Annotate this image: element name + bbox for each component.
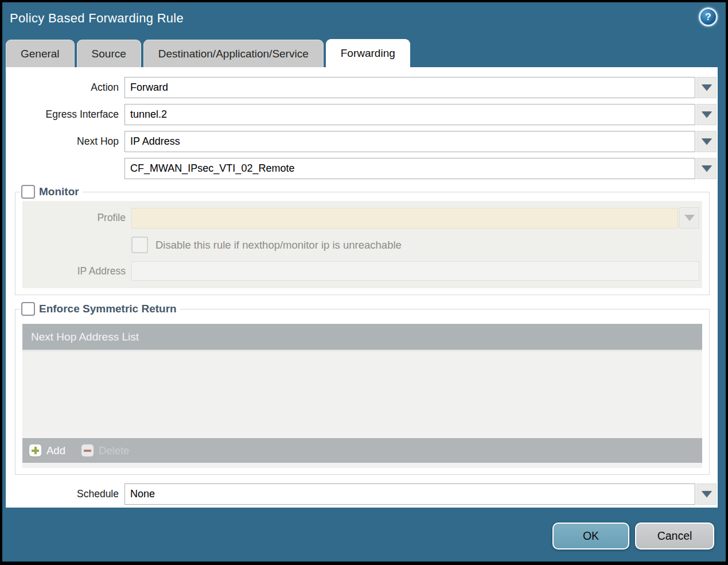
chevron-down-icon xyxy=(702,138,712,145)
forwarding-panel: Action Forward Egress Interface tunnel.2… xyxy=(6,67,718,508)
add-button-label: Add xyxy=(46,444,65,457)
plus-icon xyxy=(29,444,41,456)
enforce-symmetric-return-legend: Enforce Symmetric Return xyxy=(20,302,180,316)
monitor-panel: Profile Disable this rule if nexthop/mon… xyxy=(22,201,702,288)
action-dropdown-button[interactable] xyxy=(696,77,717,98)
chevron-down-icon xyxy=(702,165,712,172)
monitor-profile-row: Profile xyxy=(22,207,699,229)
action-row: Action Forward xyxy=(6,77,717,98)
disable-rule-checkbox xyxy=(131,237,148,253)
egress-interface-label: Egress Interface xyxy=(6,109,124,121)
title-bar: Policy Based Forwarding Rule ? xyxy=(2,2,726,38)
monitor-checkbox[interactable] xyxy=(21,185,35,199)
next-hop-address-row: CF_MWAN_IPsec_VTI_02_Remote xyxy=(6,158,717,179)
disable-rule-label: Disable this rule if nexthop/monitor ip … xyxy=(155,239,402,251)
next-hop-dropdown-button[interactable] xyxy=(696,131,717,152)
chevron-down-icon xyxy=(702,84,712,91)
policy-based-forwarding-dialog: Policy Based Forwarding Rule ? General S… xyxy=(2,2,726,562)
next-hop-row: Next Hop IP Address xyxy=(6,131,717,152)
monitor-ip-address-label: IP Address xyxy=(22,265,131,277)
table-footer-strip xyxy=(22,463,702,468)
monitor-ip-address-row: IP Address xyxy=(22,261,699,281)
delete-button: Delete xyxy=(81,444,129,457)
next-hop-address-dropdown-button[interactable] xyxy=(696,158,717,179)
chevron-down-icon xyxy=(702,491,712,497)
next-hop-address-list-body xyxy=(22,351,702,438)
help-icon[interactable]: ? xyxy=(699,7,718,26)
ok-button[interactable]: OK xyxy=(552,523,629,549)
egress-interface-dropdown-button[interactable] xyxy=(696,104,717,125)
schedule-row: Schedule None xyxy=(6,483,717,505)
monitor-legend: Monitor xyxy=(20,185,83,199)
monitor-legend-label: Monitor xyxy=(39,185,79,198)
next-hop-address-list-header: Next Hop Address List xyxy=(22,324,702,351)
monitor-profile-dropdown-button xyxy=(679,207,699,229)
next-hop-label: Next Hop xyxy=(6,136,124,148)
minus-icon xyxy=(81,444,94,456)
dialog-title: Policy Based Forwarding Rule xyxy=(10,11,184,26)
action-label: Action xyxy=(6,82,124,94)
next-hop-type-select[interactable]: IP Address xyxy=(124,131,695,152)
next-hop-address-list-table: Next Hop Address List Add Delete xyxy=(22,324,702,468)
schedule-label: Schedule xyxy=(6,488,124,500)
next-hop-address-select[interactable]: CF_MWAN_IPsec_VTI_02_Remote xyxy=(124,158,695,179)
monitor-group: Monitor Profile Disable this rule if nex… xyxy=(15,185,710,295)
tab-destination-application-service[interactable]: Destination/Application/Service xyxy=(143,40,324,67)
tab-forwarding[interactable]: Forwarding xyxy=(326,39,410,67)
enforce-symmetric-return-legend-label: Enforce Symmetric Return xyxy=(39,303,177,315)
enforce-symmetric-return-group: Enforce Symmetric Return Next Hop Addres… xyxy=(15,302,710,475)
tab-bar: General Source Destination/Application/S… xyxy=(6,39,410,67)
footer-buttons: OK Cancel xyxy=(552,523,714,549)
monitor-ip-address-input xyxy=(131,261,699,281)
schedule-select[interactable]: None xyxy=(124,483,695,505)
action-select[interactable]: Forward xyxy=(124,77,695,98)
cancel-button[interactable]: Cancel xyxy=(635,523,714,549)
add-button[interactable]: Add xyxy=(29,444,65,457)
monitor-profile-select xyxy=(131,208,678,229)
chevron-down-icon xyxy=(702,111,712,118)
egress-interface-select[interactable]: tunnel.2 xyxy=(124,104,695,125)
delete-button-label: Delete xyxy=(99,444,129,457)
tab-source[interactable]: Source xyxy=(77,40,141,67)
disable-rule-row: Disable this rule if nexthop/monitor ip … xyxy=(131,237,702,253)
next-hop-address-list-toolbar: Add Delete xyxy=(22,438,702,463)
monitor-profile-label: Profile xyxy=(22,212,131,224)
schedule-dropdown-button[interactable] xyxy=(696,483,717,505)
chevron-down-icon xyxy=(684,215,695,221)
egress-interface-row: Egress Interface tunnel.2 xyxy=(6,104,717,125)
tab-general[interactable]: General xyxy=(6,40,75,67)
enforce-symmetric-return-checkbox[interactable] xyxy=(21,302,35,316)
